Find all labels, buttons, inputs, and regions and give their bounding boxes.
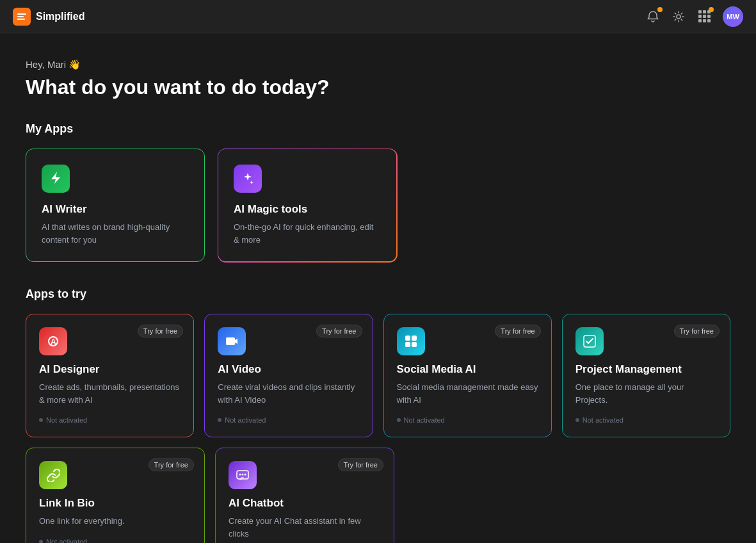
social-media-card[interactable]: Try for free Social Media AI Social medi… [383, 314, 552, 437]
logo-text: Simplified [36, 11, 84, 22]
link-bio-desc: One link for everything. [39, 515, 191, 528]
project-mgmt-title: Project Management [575, 363, 717, 376]
apps-to-try-section: Apps to try Try for free A AI Designer C… [26, 288, 730, 543]
svg-rect-6 [412, 336, 417, 341]
ai-magic-card[interactable]: AI Magic tools On-the-go AI for quick en… [218, 149, 397, 262]
ai-chatbot-icon [229, 461, 257, 489]
ai-chatbot-badge: Try for free [338, 458, 383, 471]
social-media-status: Not activated [397, 416, 538, 424]
notification-button[interactable] [646, 10, 660, 24]
grid-button[interactable] [697, 10, 711, 24]
logo[interactable]: Simplified [13, 8, 84, 26]
main-title: What do you want to do today? [26, 76, 730, 99]
svg-point-12 [242, 474, 244, 476]
user-avatar[interactable]: MW [723, 6, 743, 27]
svg-rect-7 [405, 342, 410, 347]
ai-designer-icon: A [39, 327, 67, 355]
ai-magic-title: AI Magic tools [234, 203, 381, 216]
ai-designer-title: AI Designer [39, 363, 181, 376]
ai-designer-status: Not activated [39, 416, 181, 424]
ai-magic-icon [234, 165, 262, 193]
svg-rect-8 [412, 342, 417, 347]
svg-point-13 [245, 474, 246, 476]
my-apps-grid: AI Writer AI that writes on brand high-q… [26, 149, 730, 262]
social-media-icon [397, 327, 425, 355]
main-content: Hey, Mari 👋 What do you want to do today… [0, 33, 756, 543]
ai-video-status: Not activated [218, 416, 359, 424]
ai-writer-icon [42, 165, 70, 193]
link-in-bio-card[interactable]: Try for free Link In Bio One link for ev… [26, 448, 205, 543]
ai-designer-badge: Try for free [138, 325, 183, 337]
link-bio-badge: Try for free [149, 458, 194, 471]
project-mgmt-badge: Try for free [674, 325, 720, 337]
settings-button[interactable] [672, 10, 686, 24]
ai-writer-title: AI Writer [42, 203, 189, 216]
ai-designer-desc: Create ads, thumbnails, presentations & … [39, 381, 181, 406]
header: Simplified MW [0, 0, 756, 33]
ai-video-desc: Create viral videos and clips instantly … [218, 381, 359, 406]
ai-chatbot-desc: Create your AI Chat assistant in few cli… [229, 515, 381, 540]
link-bio-icon [39, 461, 67, 489]
my-apps-title: My Apps [26, 122, 730, 136]
svg-text:A: A [51, 337, 56, 346]
link-bio-status: Not activated [39, 538, 191, 544]
svg-point-1 [677, 15, 680, 19]
ai-designer-card[interactable]: Try for free A AI Designer Create ads, t… [26, 314, 194, 437]
apps-to-try-grid-row2: Try for free Link In Bio One link for ev… [26, 448, 730, 543]
ai-video-title: AI Video [218, 363, 359, 376]
greeting-line1: Hey, Mari 👋 [26, 59, 730, 70]
social-media-title: Social Media AI [397, 363, 538, 376]
social-media-desc: Social media management made easy with A… [397, 381, 538, 406]
ai-writer-card[interactable]: AI Writer AI that writes on brand high-q… [26, 149, 205, 262]
ai-video-badge: Try for free [316, 325, 362, 337]
ai-video-icon [218, 327, 246, 355]
apps-to-try-title: Apps to try [26, 288, 730, 301]
my-apps-section: My Apps AI Writer AI that writes on bran… [26, 122, 730, 262]
notification-badge [657, 7, 663, 12]
social-media-badge: Try for free [495, 325, 540, 337]
apps-to-try-grid-row1: Try for free A AI Designer Create ads, t… [26, 314, 730, 437]
project-management-card[interactable]: Try for free Project Management One plac… [562, 314, 730, 437]
header-actions: MW [646, 6, 743, 27]
svg-point-11 [239, 474, 241, 476]
ai-chatbot-title: AI Chatbot [229, 497, 381, 510]
link-bio-title: Link In Bio [39, 497, 191, 510]
grid-notification-badge [709, 7, 714, 12]
svg-rect-4 [226, 337, 235, 345]
ai-magic-desc: On-the-go AI for quick enhancing, edit &… [234, 221, 381, 246]
project-mgmt-icon [575, 327, 604, 355]
ai-video-card[interactable]: Try for free AI Video Create viral video… [204, 314, 373, 437]
ai-writer-desc: AI that writes on brand high-quality con… [42, 221, 189, 246]
ai-chatbot-card[interactable]: Try for free AI Chatbot Create your AI C… [215, 448, 394, 543]
project-mgmt-desc: One place to manage all your Projects. [575, 381, 717, 406]
svg-rect-5 [405, 336, 410, 341]
project-mgmt-status: Not activated [575, 416, 717, 424]
